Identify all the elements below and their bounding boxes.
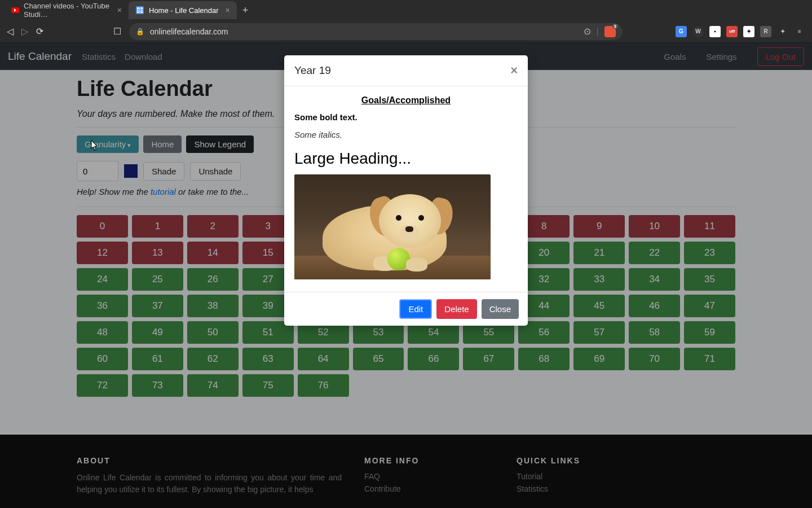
address-bar[interactable]: 🔒 onlinelifecalendar.com ⊙ | 3 [129,23,623,40]
reload-button[interactable]: ⟳ [36,26,43,37]
modal-footer: Edit Delete Close [284,292,528,326]
modal-subtitle: Goals/Accomplished [294,95,518,106]
modal-bold-text: Some bold text. [294,112,518,122]
url-text: onlinelifecalendar.com [150,27,228,36]
extension-icons: G W ▪ off ✦ R ✦ ≡ [676,26,805,37]
forward-button[interactable]: ▷ [21,26,28,37]
modal-heading: Large Heading... [294,150,518,168]
bookmark-icon[interactable]: ☐ [113,26,121,37]
browser-chrome: Channel videos - YouTube Studi… × Home -… [0,0,812,43]
modal-italic-text: Some italics. [294,130,518,139]
tab-inactive[interactable]: Channel videos - YouTube Studi… × [5,1,129,19]
ext-icon[interactable]: ✦ [743,26,754,37]
tab-title: Home - Life Calendar [149,6,219,15]
ext-icon[interactable]: off [726,26,738,37]
menu-icon[interactable]: ≡ [794,26,805,37]
tab-bar: Channel videos - YouTube Studi… × Home -… [0,0,812,20]
ext-icon[interactable]: ▪ [709,26,721,37]
lock-icon: 🔒 [136,28,144,36]
delete-button[interactable]: Delete [436,299,476,319]
close-icon[interactable]: × [510,63,518,78]
tab-title: Channel videos - YouTube Studi… [24,2,111,19]
ext-icon[interactable]: R [760,26,771,37]
modal-header: Year 19 × [284,55,528,86]
modal-body: Goals/Accomplished Some bold text. Some … [284,86,528,292]
extensions-icon[interactable]: ✦ [777,26,788,37]
modal-image [294,174,491,279]
search-icon[interactable]: ⊙ [584,26,591,37]
shield-icon[interactable]: 3 [604,26,616,37]
toolbar: ◁ ▷ ⟳ ☐ 🔒 onlinelifecalendar.com ⊙ | 3 G… [0,20,812,43]
youtube-icon [11,6,19,15]
new-tab-button[interactable]: + [237,5,254,16]
edit-button[interactable]: Edit [399,299,432,319]
ext-icon[interactable]: G [676,26,687,37]
close-icon[interactable]: × [117,6,122,15]
back-button[interactable]: ◁ [7,26,14,37]
year-modal: Year 19 × Goals/Accomplished Some bold t… [284,55,528,326]
tab-active[interactable]: Home - Life Calendar × [129,1,237,19]
close-icon[interactable]: × [226,6,230,15]
calendar-icon [135,6,144,15]
close-button[interactable]: Close [482,299,519,319]
modal-title: Year 19 [294,64,331,77]
ext-icon[interactable]: W [692,26,704,37]
